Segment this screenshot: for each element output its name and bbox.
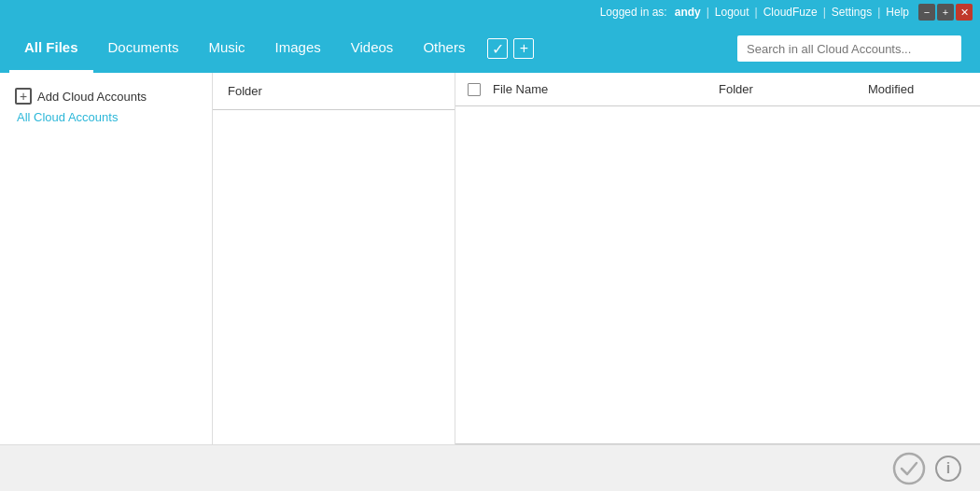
- username: andy: [675, 6, 701, 19]
- folder-panel: Folder: [213, 73, 455, 444]
- plus-icon-button[interactable]: +: [513, 38, 534, 59]
- col-folder: Folder: [719, 82, 868, 96]
- select-all-checkbox[interactable]: [455, 83, 493, 96]
- svg-point-0: [894, 454, 924, 484]
- col-modified: Modified: [868, 82, 980, 96]
- file-area: Folder File Name Folder Modified: [213, 73, 980, 444]
- logged-in-label: Logged in as:: [600, 6, 667, 19]
- tab-others[interactable]: Others: [408, 24, 480, 73]
- folder-panel-header: Folder: [213, 73, 455, 110]
- search-input[interactable]: [737, 35, 961, 62]
- window-controls: − + ✕: [918, 4, 973, 21]
- logout-link[interactable]: Logout: [715, 6, 749, 19]
- col-file-name: File Name: [493, 82, 719, 96]
- search-area: [737, 35, 961, 62]
- tab-images[interactable]: Images: [260, 24, 336, 73]
- top-bar: Logged in as: andy | Logout | CloudFuze …: [0, 0, 980, 73]
- nav-tabs: All Files Documents Music Images Videos …: [9, 24, 737, 73]
- help-link[interactable]: Help: [886, 6, 909, 19]
- check-icon-button[interactable]: ✓: [487, 38, 508, 59]
- file-list-panel: File Name Folder Modified: [455, 73, 980, 444]
- file-list-body: [455, 106, 980, 443]
- close-button[interactable]: ✕: [956, 4, 973, 21]
- nav-row: All Files Documents Music Images Videos …: [0, 24, 980, 73]
- top-bar-meta: Logged in as: andy | Logout | CloudFuze …: [0, 0, 980, 24]
- cloudfuze-link[interactable]: CloudFuze: [763, 6, 818, 19]
- sidebar: + Add Cloud Accounts All Cloud Accounts: [0, 73, 213, 444]
- add-cloud-accounts-button[interactable]: + Add Cloud Accounts: [15, 88, 203, 105]
- nav-icons: ✓ +: [487, 38, 534, 59]
- add-cloud-label: Add Cloud Accounts: [37, 90, 147, 104]
- settings-link[interactable]: Settings: [832, 6, 872, 19]
- tab-videos[interactable]: Videos: [336, 24, 409, 73]
- status-check-icon: [892, 452, 926, 485]
- tab-music[interactable]: Music: [193, 24, 259, 73]
- all-cloud-accounts-link[interactable]: All Cloud Accounts: [15, 110, 203, 124]
- add-cloud-plus-icon: +: [15, 88, 32, 105]
- file-list-header: File Name Folder Modified: [455, 73, 980, 106]
- tab-documents[interactable]: Documents: [93, 24, 194, 73]
- main-content: + Add Cloud Accounts All Cloud Accounts …: [0, 73, 980, 444]
- maximize-button[interactable]: +: [937, 4, 954, 21]
- status-info-icon[interactable]: i: [935, 456, 961, 482]
- minimize-button[interactable]: −: [918, 4, 935, 21]
- checkbox-icon: [468, 83, 481, 96]
- tab-all-files[interactable]: All Files: [9, 24, 93, 73]
- bottom-bar: i: [0, 444, 980, 491]
